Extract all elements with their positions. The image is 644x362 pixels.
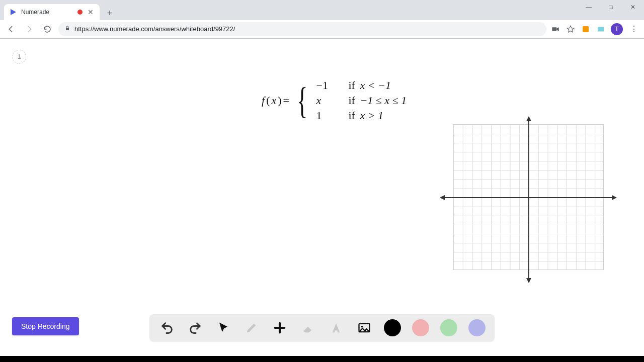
extension-icon-1[interactable] (581, 24, 591, 34)
cond-expr: x > 1 (360, 109, 383, 122)
window-controls: — □ ✕ (578, 0, 644, 14)
color-black-button[interactable] (384, 319, 401, 336)
formula-paren-close: ) (278, 94, 281, 107)
recording-indicator-icon (77, 10, 83, 15)
url-text: https://www.numerade.com/answers/whitebo… (74, 25, 235, 33)
svg-marker-0 (11, 9, 16, 15)
video-extension-icon[interactable] (550, 24, 560, 34)
whiteboard-toolbar (149, 314, 495, 341)
if-text: if (349, 94, 355, 107)
pencil-tool[interactable] (243, 319, 260, 336)
stop-recording-button[interactable]: Stop Recording (12, 317, 79, 335)
if-text: if (349, 79, 355, 92)
browser-chrome: — □ ✕ Numerade ✕ + https://www.numerade (0, 0, 644, 39)
lock-icon (64, 25, 70, 33)
bottom-black-bar (0, 356, 644, 362)
svg-rect-1 (66, 28, 69, 31)
arrow-up-icon (526, 116, 531, 121)
color-green-button[interactable] (440, 319, 457, 336)
case-condition: if −1 ≤ x ≤ 1 (349, 94, 407, 107)
back-button[interactable] (4, 22, 18, 36)
case-row-1: −1 if x < −1 (316, 79, 407, 92)
new-tab-button[interactable]: + (103, 6, 117, 20)
tab-favicon-icon (9, 8, 17, 16)
svg-rect-4 (583, 26, 589, 32)
formula-lhs: f ( x ) = (262, 94, 289, 107)
browser-menu-button[interactable]: ⋮ (628, 24, 640, 34)
forward-button[interactable] (22, 22, 36, 36)
cond-expr: x < −1 (360, 79, 390, 92)
brace-icon: { (297, 82, 307, 119)
case-value: 1 (316, 109, 335, 122)
arrow-down-icon (526, 278, 531, 283)
coordinate-grid[interactable] (448, 119, 609, 280)
case-row-2: x if −1 ≤ x ≤ 1 (316, 94, 407, 107)
window-minimize-button[interactable]: — (578, 0, 600, 14)
undo-button[interactable] (158, 319, 176, 336)
piecewise-formula: f ( x ) = { −1 if x < −1 x if −1 ≤ x ≤ 1 (262, 79, 407, 122)
formula-cases: −1 if x < −1 x if −1 ≤ x ≤ 1 1 if x > 1 (316, 79, 407, 122)
case-value: −1 (316, 79, 335, 92)
svg-marker-3 (556, 27, 559, 31)
arrow-right-icon (612, 195, 617, 200)
svg-rect-5 (598, 27, 604, 31)
color-red-button[interactable] (412, 319, 429, 336)
case-value: x (316, 94, 335, 107)
pointer-tool[interactable] (215, 319, 232, 336)
color-purple-button[interactable] (468, 319, 486, 336)
redo-button[interactable] (187, 319, 204, 336)
window-maximize-button[interactable]: □ (600, 0, 622, 14)
formula-x: x (271, 94, 276, 107)
svg-point-7 (361, 326, 363, 328)
case-condition: if x > 1 (349, 109, 384, 122)
extension-icon-2[interactable] (596, 24, 606, 34)
tab-close-button[interactable]: ✕ (87, 8, 95, 16)
arrow-left-icon (440, 195, 445, 200)
eraser-tool[interactable] (299, 319, 316, 336)
formula-paren-open: ( (266, 94, 270, 107)
tab-title: Numerade (21, 9, 73, 16)
page-content: 1 f ( x ) = { −1 if x < −1 x if −1 ≤ x (0, 39, 644, 356)
profile-avatar[interactable]: T (611, 23, 623, 35)
address-bar[interactable]: https://www.numerade.com/answers/whitebo… (58, 22, 546, 36)
graph-container (448, 119, 609, 280)
star-icon[interactable] (566, 24, 576, 34)
svg-rect-2 (552, 27, 556, 31)
formula-equals: = (283, 94, 289, 107)
browser-tab[interactable]: Numerade ✕ (4, 4, 100, 20)
if-text: if (349, 109, 355, 122)
browser-toolbar: https://www.numerade.com/answers/whitebo… (0, 20, 644, 38)
toolbar-right: T ⋮ (550, 23, 640, 35)
formula-f: f (262, 94, 265, 107)
cond-expr: −1 ≤ x ≤ 1 (360, 94, 407, 107)
case-condition: if x < −1 (349, 79, 391, 92)
tab-strip: Numerade ✕ + (0, 0, 644, 20)
add-tool[interactable] (271, 319, 288, 336)
text-tool[interactable] (328, 319, 345, 336)
window-close-button[interactable]: ✕ (622, 0, 644, 14)
reload-button[interactable] (40, 22, 54, 36)
page-number-badge[interactable]: 1 (12, 50, 26, 64)
x-axis (443, 197, 614, 198)
y-axis (528, 119, 529, 280)
case-row-3: 1 if x > 1 (316, 109, 407, 122)
image-tool[interactable] (356, 319, 373, 336)
